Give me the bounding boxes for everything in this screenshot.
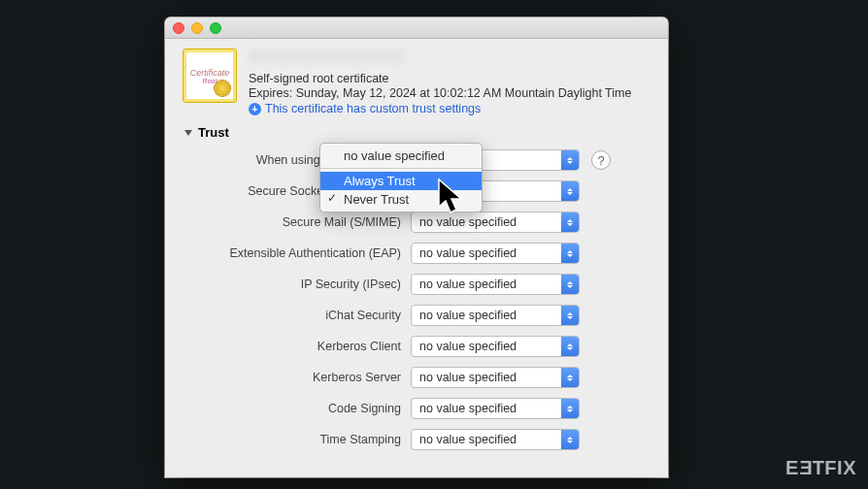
row-label: Time Stamping: [192, 433, 411, 446]
row-label: Secure Mail (S/MIME): [192, 215, 411, 229]
ipsec-select[interactable]: no value specified: [411, 274, 580, 295]
keychain-certificate-window: Certificate Root XXXXXXXXXXXX Self-signe…: [165, 17, 668, 477]
watermark-e: E: [785, 457, 799, 479]
select-arrows-icon: [561, 244, 579, 263]
select-arrows-icon: [561, 150, 579, 170]
watermark: EETFIX: [785, 457, 856, 479]
kerberos-client-select[interactable]: no value specified: [411, 336, 580, 357]
help-button[interactable]: ?: [591, 150, 611, 170]
code-signing-select[interactable]: no value specified: [411, 398, 580, 419]
certificate-expiry: Expires: Sunday, May 12, 2024 at 10:02:1…: [249, 86, 651, 100]
trust-dropdown-menu[interactable]: no value specified Always Trust Never Tr…: [319, 143, 483, 212]
certificate-subtitle: Self-signed root certificate: [249, 72, 651, 85]
select-value: no value specified: [419, 402, 517, 415]
eap-select[interactable]: no value specified: [411, 243, 580, 264]
row-label: Kerberos Server: [192, 371, 411, 384]
certificate-name-redacted: XXXXXXXXXXXX: [249, 49, 404, 64]
select-value: no value specified: [419, 433, 517, 446]
select-arrows-icon: [561, 306, 579, 325]
select-arrows-icon: [561, 181, 579, 201]
custom-trust-label: This certificate has custom trust settin…: [265, 102, 481, 115]
select-value: no value specified: [419, 309, 517, 322]
select-value: no value specified: [419, 215, 517, 229]
menu-item-no-value[interactable]: no value specified: [320, 147, 482, 165]
cert-icon-label: Certificate: [190, 68, 230, 78]
select-arrows-icon: [561, 430, 579, 449]
certificate-icon: Certificate Root: [183, 49, 237, 103]
select-arrows-icon: [561, 275, 579, 294]
row-label: Code Signing: [192, 402, 411, 415]
select-value: no value specified: [419, 246, 517, 260]
time-stamping-select[interactable]: no value specified: [411, 429, 580, 450]
trust-section-label: Trust: [198, 125, 229, 140]
select-value: no value specified: [419, 340, 517, 353]
menu-separator: [320, 168, 482, 169]
custom-trust-note: + This certificate has custom trust sett…: [249, 102, 651, 115]
select-value: no value specified: [419, 277, 517, 291]
minimize-button[interactable]: [191, 22, 203, 34]
disclosure-triangle-icon[interactable]: [184, 130, 192, 136]
plus-icon: +: [249, 103, 261, 115]
menu-item-never-trust[interactable]: Never Trust: [320, 190, 482, 209]
select-arrows-icon: [561, 212, 579, 232]
menu-item-always-trust[interactable]: Always Trust: [320, 172, 482, 190]
select-arrows-icon: [561, 337, 579, 356]
close-button[interactable]: [173, 22, 184, 34]
row-label: IP Security (IPsec): [192, 277, 411, 291]
zoom-button[interactable]: [210, 22, 221, 34]
row-label: iChat Security: [192, 309, 411, 322]
select-arrows-icon: [561, 368, 579, 387]
kerberos-server-select[interactable]: no value specified: [411, 367, 580, 388]
window-titlebar: [165, 17, 668, 39]
select-arrows-icon: [561, 399, 579, 418]
cert-icon-sublabel: Root: [203, 78, 217, 84]
trust-section-header[interactable]: Trust: [184, 125, 651, 140]
row-label: Kerberos Client: [192, 340, 411, 353]
smime-select[interactable]: no value specified: [411, 212, 580, 233]
ichat-select[interactable]: no value specified: [411, 305, 580, 326]
row-label: Extensible Authentication (EAP): [192, 246, 411, 260]
select-value: no value specified: [419, 371, 517, 384]
